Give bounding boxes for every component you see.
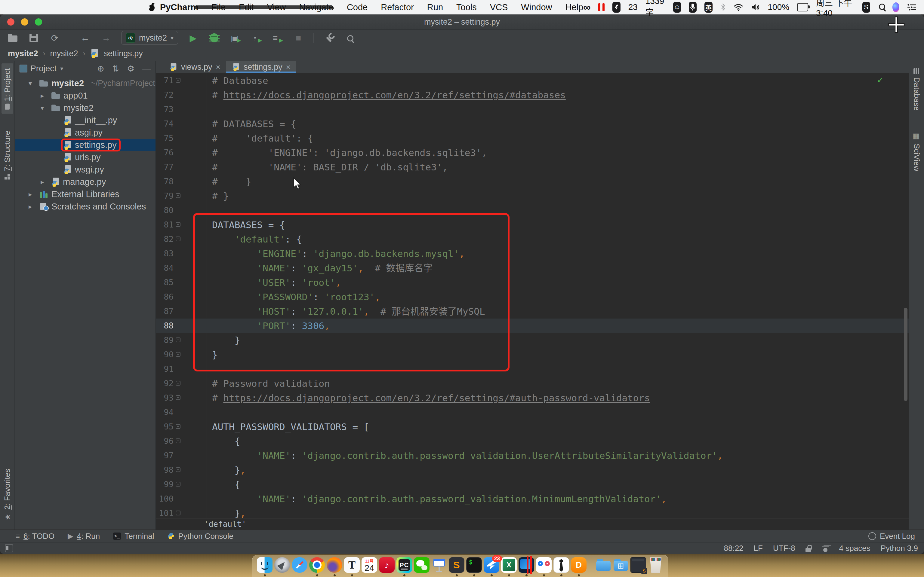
tree-toggle-icon[interactable]: ▾ [40, 104, 49, 112]
dock-item-netease-music[interactable] [379, 555, 395, 577]
debug-button[interactable] [208, 32, 220, 44]
open-folder-button[interactable] [6, 32, 19, 44]
code-line-78[interactable]: 78# } [156, 174, 909, 189]
code-line-76[interactable]: 76# 'ENGINE': 'django.db.backends.sqlite… [156, 145, 909, 160]
code-line-83[interactable]: 83 'ENGINE': 'django.db.backends.mysql', [156, 247, 909, 261]
run-button[interactable]: ▶ [187, 32, 199, 44]
dock-item-parallels[interactable] [519, 555, 534, 577]
hide-panel-button[interactable]: — [142, 64, 151, 73]
input-method-icon[interactable]: 英 [704, 2, 712, 13]
code-line-96[interactable]: 96 { [156, 434, 909, 448]
menu-code[interactable]: Code [347, 2, 368, 12]
menu-view[interactable]: View [267, 2, 286, 12]
code-line-88[interactable]: 88 'PORT': 3306, [156, 319, 909, 333]
breadcrumb-project[interactable]: mysite2 [8, 49, 38, 58]
close-tab-icon[interactable]: × [216, 63, 220, 72]
code-line-79[interactable]: 79# } [156, 189, 909, 203]
emoji-menubar-icon[interactable]: ☺ [673, 2, 681, 13]
fold-marker-icon[interactable] [176, 482, 181, 487]
tool-button-python-console[interactable]: Python Console [167, 532, 233, 541]
code-line-90[interactable]: 90} [156, 347, 909, 362]
breadcrumb-file[interactable]: settings.py [104, 49, 143, 58]
dingtalk-menubar-icon[interactable] [612, 2, 620, 13]
caret-position[interactable]: 88:22 [724, 544, 743, 553]
tree-item-external-libraries[interactable]: ▸External Libraries [15, 188, 155, 200]
pause-indicator-icon[interactable] [598, 3, 604, 11]
menu-tools[interactable]: Tools [456, 2, 477, 12]
locate-file-button[interactable]: ⊕ [97, 64, 104, 74]
code-line-72[interactable]: 72# https://docs.djangoproject.com/en/3.… [156, 88, 909, 102]
tool-button-project[interactable]: 1: Project [2, 63, 13, 114]
profile-button[interactable]: ◔▶ [250, 32, 262, 44]
tree-item-app01[interactable]: ▸app01 [15, 90, 155, 102]
navigate-forward-button[interactable]: → [100, 32, 112, 44]
dock-item-launchpad[interactable] [274, 555, 290, 577]
python-interpreter[interactable]: Python 3.9 [881, 544, 918, 553]
project-panel-title[interactable]: Project [31, 64, 57, 73]
tree-item-wsgi-py[interactable]: wsgi.py [15, 163, 155, 176]
fold-marker-icon[interactable] [176, 237, 181, 241]
code-line-99[interactable]: 99 { [156, 477, 909, 492]
fold-marker-icon[interactable] [176, 78, 181, 83]
menu-vcs[interactable]: VCS [490, 2, 508, 12]
line-separator[interactable]: LF [754, 544, 763, 553]
control-center-icon[interactable] [907, 3, 916, 11]
dock-item-finder[interactable] [257, 555, 273, 577]
voice-input-icon[interactable] [689, 2, 696, 13]
close-tab-icon[interactable]: × [286, 63, 291, 72]
tool-button-database[interactable]: Database [911, 64, 922, 115]
code-line-74[interactable]: 74# DATABASES = { [156, 117, 909, 131]
battery-icon[interactable] [797, 3, 808, 11]
tree-toggle-icon[interactable]: ▸ [40, 178, 49, 186]
knot-utility-icon[interactable]: ∞ [583, 2, 590, 13]
tree-item-settings-py[interactable]: settings.py [15, 139, 155, 151]
dock-item-tie-app[interactable] [553, 555, 569, 577]
menu-edit[interactable]: Edit [239, 2, 254, 12]
code-line-93[interactable]: 93# https://docs.djangoproject.com/en/3.… [156, 391, 909, 405]
tree-toggle-icon[interactable]: ▸ [40, 92, 49, 100]
siri-icon[interactable] [892, 2, 899, 12]
code-line-92[interactable]: 92# Password validation [156, 376, 909, 391]
code-line-101[interactable]: 101 }, [156, 506, 909, 518]
dock-item-folder-windows[interactable]: ⊞ [613, 555, 628, 577]
fold-marker-icon[interactable] [176, 467, 181, 472]
tree-item-mysite2[interactable]: ▾mysite2~/PycharmProjects/gx [15, 77, 155, 90]
tool-button-favorites[interactable]: ★ 2: Favorites [2, 464, 13, 527]
chevron-down-icon[interactable]: ▾ [60, 65, 63, 72]
indent-setting[interactable]: 4 spaces [839, 544, 871, 553]
panel-settings-button[interactable]: ⚙ [127, 64, 134, 74]
tree-item-scratches-and-consoles[interactable]: ▸Scratches and Consoles [15, 200, 155, 213]
app-menu-pycharm[interactable]: PyCharm [160, 2, 198, 12]
code-line-75[interactable]: 75# 'default': { [156, 131, 909, 145]
code-line-97[interactable]: 97 'NAME': 'django.contrib.auth.password… [156, 448, 909, 463]
tree-toggle-icon[interactable]: ▾ [29, 80, 37, 87]
dock-item-keynote[interactable] [431, 555, 447, 577]
code-line-85[interactable]: 85 'USER': 'root', [156, 275, 909, 290]
run-with-coverage-button[interactable]: ▣▶ [229, 32, 241, 44]
tree-item-mysite2[interactable]: ▾mysite2 [15, 102, 155, 114]
tree-toggle-icon[interactable]: ▸ [29, 190, 37, 198]
highlighting-level-icon[interactable] [822, 545, 829, 552]
sogou-input-icon[interactable]: S [863, 2, 870, 13]
tool-button-terminal[interactable]: >_ Terminal [113, 532, 154, 541]
menu-refactor[interactable]: Refactor [381, 2, 414, 12]
code-line-89[interactable]: 89 } [156, 333, 909, 347]
code-line-73[interactable]: 73 [156, 102, 909, 117]
wifi-icon[interactable] [733, 3, 743, 11]
code-line-81[interactable]: 81DATABASES = { [156, 218, 909, 232]
code-line-77[interactable]: 77# 'NAME': BASE_DIR / 'db.sqlite3', [156, 160, 909, 174]
dock-item-minimized-window[interactable]: S [630, 555, 646, 577]
fold-marker-icon[interactable] [176, 438, 181, 443]
fold-marker-icon[interactable] [176, 381, 181, 385]
code-line-82[interactable]: 82 'default': { [156, 232, 909, 247]
volume-icon[interactable] [751, 3, 760, 11]
toggle-toolbars-icon[interactable] [5, 545, 13, 552]
tool-button-todo[interactable]: ≡ 6: TODO [16, 532, 55, 541]
breadcrumb-package[interactable]: mysite2 [50, 49, 78, 58]
tree-item--init-py[interactable]: __init__.py [15, 114, 155, 127]
dock-item-folder-documents[interactable] [596, 555, 611, 577]
dock-item-firefox[interactable] [327, 555, 342, 577]
dock-item-knot-app[interactable] [536, 555, 552, 577]
dock-item-pycharm[interactable]: PC [396, 555, 412, 577]
fold-marker-icon[interactable] [176, 222, 181, 227]
